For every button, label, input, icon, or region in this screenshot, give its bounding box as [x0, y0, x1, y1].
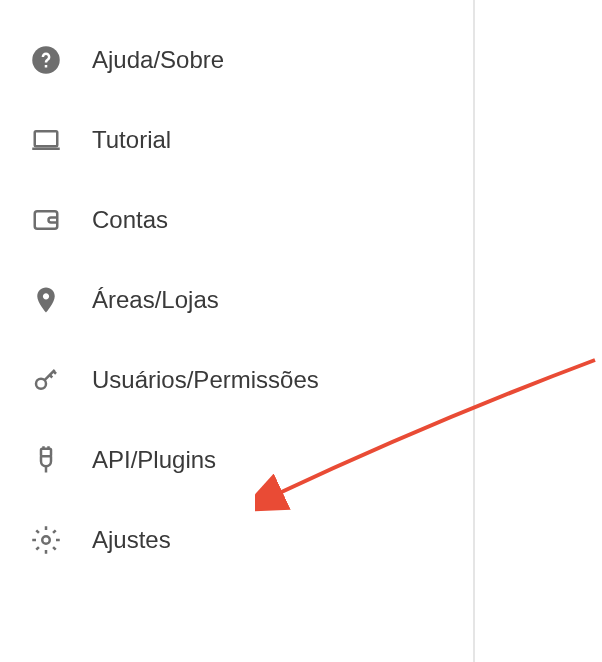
help-icon	[30, 44, 62, 76]
svg-point-9	[42, 536, 50, 544]
sidebar-item-label: Tutorial	[92, 126, 171, 154]
sidebar: Ajuda/Sobre Tutorial Contas Áreas/Lojas	[0, 0, 475, 662]
sidebar-item-label: Contas	[92, 206, 168, 234]
svg-rect-3	[35, 211, 58, 229]
sidebar-item-accounts[interactable]: Contas	[0, 180, 473, 260]
wallet-icon	[30, 204, 62, 236]
sidebar-item-label: Ajustes	[92, 526, 171, 554]
sidebar-item-label: Áreas/Lojas	[92, 286, 219, 314]
sidebar-item-label: Ajuda/Sobre	[92, 46, 224, 74]
svg-rect-5	[41, 449, 51, 457]
gear-icon	[30, 524, 62, 556]
key-icon	[30, 364, 62, 396]
svg-point-4	[36, 379, 46, 389]
svg-rect-1	[35, 131, 58, 146]
laptop-icon	[30, 124, 62, 156]
sidebar-item-users-permissions[interactable]: Usuários/Permissões	[0, 340, 473, 420]
sidebar-item-tutorial[interactable]: Tutorial	[0, 100, 473, 180]
sidebar-item-help-about[interactable]: Ajuda/Sobre	[0, 20, 473, 100]
plug-icon	[30, 444, 62, 476]
sidebar-item-api-plugins[interactable]: API/Plugins	[0, 420, 473, 500]
sidebar-item-areas-stores[interactable]: Áreas/Lojas	[0, 260, 473, 340]
sidebar-item-label: API/Plugins	[92, 446, 216, 474]
location-pin-icon	[30, 284, 62, 316]
sidebar-item-settings[interactable]: Ajustes	[0, 500, 473, 580]
sidebar-item-label: Usuários/Permissões	[92, 366, 319, 394]
